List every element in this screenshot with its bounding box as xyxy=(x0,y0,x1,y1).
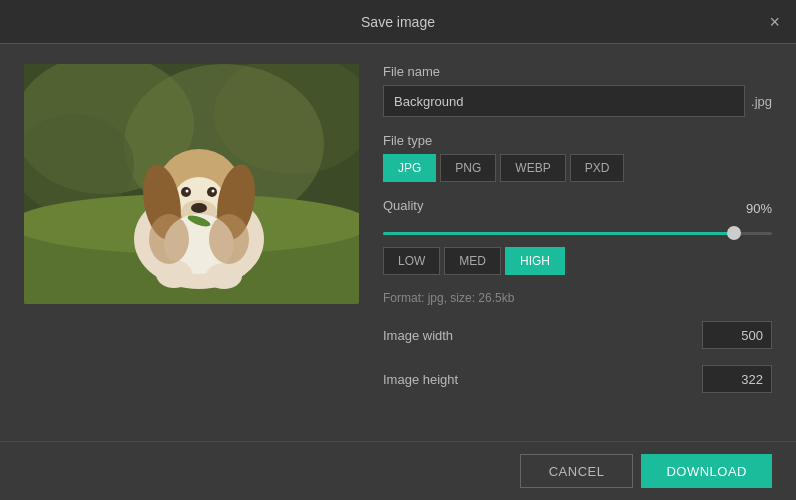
image-height-row: Image height xyxy=(383,365,772,393)
quality-low-button[interactable]: LOW xyxy=(383,247,440,275)
close-button[interactable]: × xyxy=(769,13,780,31)
file-type-group: File type JPG PNG WEBP PXD xyxy=(383,133,772,182)
quality-slider-container xyxy=(383,225,772,241)
file-name-label: File name xyxy=(383,64,772,79)
image-width-input[interactable] xyxy=(702,321,772,349)
image-width-row: Image width xyxy=(383,321,772,349)
quality-buttons: LOW MED HIGH xyxy=(383,247,772,275)
modal-body: File name .jpg File type JPG PNG WEBP PX… xyxy=(0,44,796,441)
file-name-group: File name .jpg xyxy=(383,64,772,117)
type-webp-button[interactable]: WEBP xyxy=(500,154,565,182)
preview-image xyxy=(24,64,359,304)
quality-value: 90% xyxy=(746,201,772,216)
image-height-label: Image height xyxy=(383,372,458,387)
modal-footer: CANCEL DOWNLOAD xyxy=(0,441,796,500)
type-jpg-button[interactable]: JPG xyxy=(383,154,436,182)
image-width-label: Image width xyxy=(383,328,453,343)
form-section: File name .jpg File type JPG PNG WEBP PX… xyxy=(383,64,772,421)
image-height-input[interactable] xyxy=(702,365,772,393)
file-type-buttons: JPG PNG WEBP PXD xyxy=(383,154,772,182)
format-info: Format: jpg, size: 26.5kb xyxy=(383,291,772,305)
quality-label: Quality xyxy=(383,198,423,213)
svg-point-21 xyxy=(149,214,189,264)
download-button[interactable]: DOWNLOAD xyxy=(641,454,772,488)
file-extension: .jpg xyxy=(751,94,772,109)
file-name-row: .jpg xyxy=(383,85,772,117)
quality-header: Quality 90% xyxy=(383,198,772,219)
type-pxd-button[interactable]: PXD xyxy=(570,154,625,182)
svg-point-20 xyxy=(206,263,242,289)
quality-group: Quality 90% LOW MED HIGH xyxy=(383,198,772,275)
modal-header: Save image × xyxy=(0,0,796,44)
quality-high-button[interactable]: HIGH xyxy=(505,247,565,275)
type-png-button[interactable]: PNG xyxy=(440,154,496,182)
svg-point-15 xyxy=(212,190,215,193)
svg-point-11 xyxy=(191,203,207,213)
svg-point-14 xyxy=(186,190,189,193)
file-type-label: File type xyxy=(383,133,772,148)
file-name-input[interactable] xyxy=(383,85,745,117)
svg-point-19 xyxy=(156,260,192,288)
cancel-button[interactable]: CANCEL xyxy=(520,454,634,488)
modal-title: Save image xyxy=(361,14,435,30)
image-preview xyxy=(24,64,359,304)
svg-point-22 xyxy=(209,214,249,264)
quality-med-button[interactable]: MED xyxy=(444,247,501,275)
save-image-modal: Save image × xyxy=(0,0,796,500)
